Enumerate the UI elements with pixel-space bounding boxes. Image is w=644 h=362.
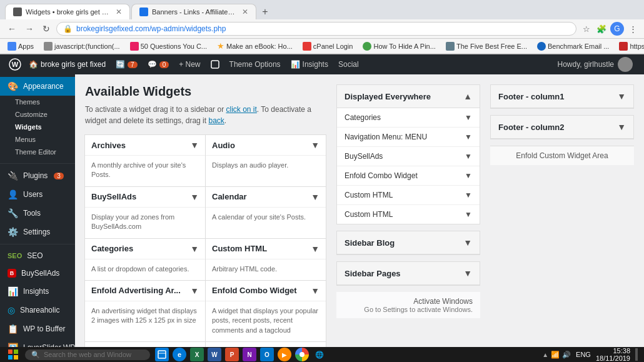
widget-archives-header[interactable]: Archives ▼ [85,135,205,156]
admin-bar-social[interactable]: Social [333,54,364,74]
sidebar-sub-widgets[interactable]: Widgets [0,121,75,133]
tab-2[interactable]: Banners - Links - Affiliate Progra... ✕ [131,4,256,19]
widget-audio-header[interactable]: Audio ▼ [206,135,326,156]
chevron-custom-html-2-icon: ▼ [465,210,472,219]
back-button[interactable]: ← [5,23,19,35]
tab-active[interactable]: Widgets • broke girls get fixed – ✕ [5,4,130,19]
panel-displayed-everywhere-header[interactable]: Displayed Everywhere ▲ [337,85,480,108]
extensions-icon[interactable]: 🧩 [595,23,608,35]
tray-volume-icon: 🔊 [562,351,571,359]
start-button[interactable] [6,348,20,361]
taskbar-word-icon[interactable]: W [208,348,221,361]
bookmark-fivebestfree[interactable]: The Five Best Free E... [443,41,530,52]
bookmark-cpanel[interactable]: cPanel Login [300,41,356,52]
admin-bar-updates[interactable]: 🔄 7 [111,54,143,74]
sidebar-item-appearance[interactable]: 🎨 Appearance [0,77,75,96]
taskbar-powerpoint-icon[interactable]: P [225,348,239,361]
sidebar-item-tools[interactable]: 🔧 Tools [0,204,75,223]
sidebar-sub-themes[interactable]: Themes [0,96,75,108]
taskbar-network-icon[interactable]: 🌐 [313,348,326,361]
star-icon[interactable]: ☆ [580,23,593,35]
bookmark-apps[interactable]: Apps [5,41,36,52]
taskbar-outlook-icon[interactable]: O [260,348,274,361]
taskbar-onenote-icon[interactable]: N [243,348,256,361]
widget-enfold-advertising-header[interactable]: Enfold Advertising Ar... ▼ [85,281,205,301]
widget-categories[interactable]: Categories ▼ A list or dropdown of categ… [84,238,206,281]
sidebar-item-wptobuffer[interactable]: 📋 WP to Buffer [0,319,75,338]
sidebar-item-seo[interactable]: SEO SEO [0,247,75,264]
tray-up-arrow-icon[interactable]: ▲ [542,351,548,358]
profile-icon[interactable]: G [610,22,624,36]
widget-calendar-header[interactable]: Calendar ▼ [206,187,326,208]
widget-custom-html-header[interactable]: Custom HTML ▼ [206,239,326,259]
chevron-buysellads-icon: ▼ [465,152,472,161]
sidebar-panels-left: Displayed Everywhere ▲ Categories ▼ Navi… [336,84,480,362]
panel-sidebar-blog-toggle-icon: ▼ [463,238,472,248]
show-desktop-icon[interactable] [635,348,638,361]
widget-calendar[interactable]: Calendar ▼ A calendar of your site's Pos… [205,186,326,239]
panel-widget-enfold-combo[interactable]: Enfold Combo Widget ▼ [337,166,480,186]
admin-bar-wp-icon[interactable] [206,54,224,74]
panel-sidebar-pages-header[interactable]: Sidebar Pages ▼ [337,262,480,285]
reload-button[interactable]: ↻ [40,23,53,35]
bookmark-50q[interactable]: 50 Questions You C... [128,41,209,52]
panel-widget-custom-html-2[interactable]: Custom HTML ▼ [337,205,480,224]
bookmark-tef[interactable]: https://tefconnect.c... [616,41,644,52]
sidebar-item-settings[interactable]: ⚙️ Settings [0,223,75,241]
sidebar-item-shareaholic[interactable]: ◎ Shareaholic [0,301,75,319]
enfold-custom-widget-area[interactable]: Enfold Custom Widget Area [490,146,634,165]
wp-logo-icon[interactable]: W [6,54,24,74]
tab-close-2[interactable]: ✕ [242,8,248,16]
taskbar-vlc-icon[interactable]: ▶ [278,348,291,361]
address-box[interactable]: 🔒 brokegirlsgefixed.com/wp-admin/widgets… [56,22,576,36]
admin-bar-user[interactable]: Howdy, girlhustle [553,57,638,72]
sidebar-item-plugins[interactable]: 🔌 Plugins 3 [0,166,75,185]
sidebar-item-buysellads[interactable]: B BuySellAds [0,264,75,282]
panel-footer-col2-header[interactable]: Footer - column2 ▼ [491,116,633,139]
taskbar-edge-icon[interactable]: e [173,348,186,361]
admin-bar-site-name[interactable]: 🏠 broke girls get fixed [24,54,111,74]
panel-sidebar-blog-header[interactable]: Sidebar Blog ▼ [337,231,480,254]
taskbar-explorer-icon[interactable] [155,348,169,361]
admin-bar-theme-options[interactable]: Theme Options [224,54,286,74]
bookmark-benchmark[interactable]: Benchmark Email ... [535,41,611,52]
new-tab-button[interactable]: + [258,4,273,19]
widget-enfold-combo-header[interactable]: Enfold Combo Widget ▼ [206,281,326,301]
taskbar-search-input[interactable] [44,351,131,358]
bookmark-ebook[interactable]: ★ Make an eBook: Ho... [214,40,295,52]
sidebar-sub-menus[interactable]: Menus [0,133,75,146]
admin-bar-new[interactable]: + New [174,54,205,74]
taskbar-excel-icon[interactable]: X [190,348,204,361]
widget-categories-header[interactable]: Categories ▼ [85,239,205,259]
panel-widget-categories[interactable]: Categories ▼ [337,108,480,128]
widget-enfold-combo[interactable]: Enfold Combo Widget ▼ A widget that disp… [205,280,326,342]
sidebar-sub-theme-editor[interactable]: Theme Editor [0,146,75,158]
svg-rect-4 [14,349,18,354]
bookmark-js[interactable]: javascript:(function(... [41,41,123,52]
admin-bar-comments[interactable]: 💬 0 [143,54,174,74]
sidebar-sub-customize[interactable]: Customize [0,108,75,121]
click-on-it-link[interactable]: click on it [226,105,256,114]
widget-buysellads[interactable]: BuySellAds ▼ Display your ad zones from … [84,186,206,239]
panel-widget-buysellads[interactable]: BuySellAds ▼ [337,147,480,166]
bookmark-pin[interactable]: How To Hide A Pin... [360,41,438,52]
tab-bar: Widgets • broke girls get fixed – ✕ Bann… [0,0,644,19]
taskbar-search[interactable]: 🔍 [25,349,150,360]
widget-audio[interactable]: Audio ▼ Displays an audio player. [205,134,326,187]
admin-bar-insights[interactable]: 📊 Insights [286,54,333,74]
widget-enfold-advertising[interactable]: Enfold Advertising Ar... ▼ An advertisin… [84,280,206,342]
menu-icon[interactable]: ⋮ [626,23,639,35]
forward-button[interactable]: → [23,23,36,35]
sidebar-item-users[interactable]: 👤 Users [0,185,75,204]
widget-buysellads-header[interactable]: BuySellAds ▼ [85,187,205,208]
drag-back-link[interactable]: back [208,116,224,125]
tab-close-1[interactable]: ✕ [116,8,122,16]
comments-count: 0 [159,61,169,68]
sidebar-item-insights[interactable]: 📊 Insights [0,282,75,301]
panel-footer-col1-header[interactable]: Footer - column1 ▼ [491,85,633,108]
widget-archives[interactable]: Archives ▼ A monthly archive of your sit… [84,134,206,187]
taskbar-chrome-icon[interactable] [295,348,309,361]
panel-widget-nav-menu[interactable]: Navigation Menu: MENU ▼ [337,128,480,147]
panel-widget-custom-html-1[interactable]: Custom HTML ▼ [337,186,480,205]
widget-custom-html[interactable]: Custom HTML ▼ Arbitrary HTML code. [205,238,326,281]
